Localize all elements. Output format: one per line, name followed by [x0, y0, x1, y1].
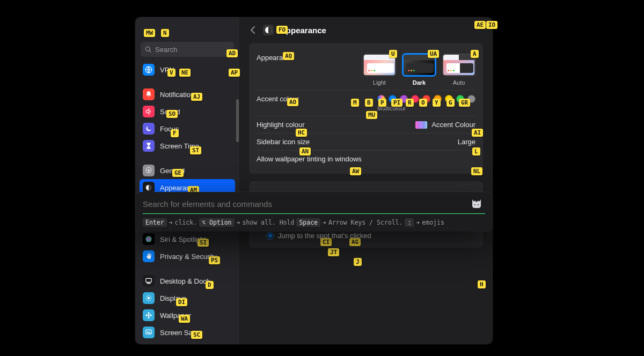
theme-caption: Dark [402, 79, 436, 86]
hint-tag: P [378, 99, 386, 107]
hint-tag: J [354, 258, 362, 266]
hint-tag: GE [172, 169, 184, 177]
sidebar-item-screen-time[interactable]: Screen Time [135, 137, 239, 154]
sidebar-item-desktop-dock[interactable]: Desktop & Dock [135, 272, 239, 290]
screensaver-icon [143, 327, 155, 338]
sidebar-item-sound[interactable]: Sound [135, 103, 239, 120]
highlight-select[interactable]: Accent Colour [415, 121, 475, 129]
appearance-card: Appearance LightDarkAuto Accent colour M… [249, 43, 483, 174]
sidebar-scrollbar-thumb[interactable] [236, 99, 239, 142]
hint-tag: B [365, 99, 373, 107]
theme-caption: Light [363, 79, 396, 86]
hint-tag: R [406, 99, 414, 107]
hint-tag: L [472, 147, 480, 155]
hint-tag: ST [190, 146, 201, 154]
sidebar-icon-row-label: Sidebar icon size [257, 138, 310, 146]
highlight-gradient-icon [415, 121, 427, 129]
appearance-theme-picker: LightDarkAuto [363, 54, 475, 86]
moon-icon [143, 123, 155, 135]
appearance-title-icon [263, 25, 274, 35]
sidebar-item-general[interactable]: General [135, 162, 239, 179]
svg-rect-9 [147, 283, 151, 284]
search-field[interactable]: Search [141, 42, 234, 57]
sun-icon [143, 292, 155, 304]
system-settings-window: Search VPNNotificationsSoundFocusScreen … [135, 17, 493, 344]
sidebar-item-focus[interactable]: Focus [135, 120, 239, 137]
globe-icon [143, 64, 155, 76]
search-placeholder: Search [155, 46, 177, 54]
hint-tag: A [471, 50, 479, 58]
hint-tag: AJ [191, 93, 202, 101]
hint-tag: AE [474, 21, 486, 29]
hint-tag: NE [179, 69, 191, 77]
sidebar: Search VPNNotificationsSoundFocusScreen … [135, 17, 239, 344]
sidebar-item-label: Privacy & Security [160, 253, 216, 261]
svg-point-7 [145, 236, 152, 242]
hint-tag: AD [226, 49, 238, 57]
cat-icon [470, 197, 483, 210]
sidebar-item-siri-spotlight[interactable]: Siri & Spotlight [135, 231, 239, 248]
flower-icon [143, 309, 155, 321]
hint-tag: Y [433, 99, 441, 107]
hint-tag: HC [296, 129, 307, 137]
hint-tag: AO [287, 98, 298, 106]
content-pane: Appearance Appearance LightDarkAuto Acce… [239, 17, 493, 344]
svg-point-1 [148, 169, 150, 172]
hint-tag: SO [166, 110, 178, 118]
hint-tag: MW [144, 29, 155, 37]
hint-tag: F [171, 129, 179, 137]
svg-point-15 [150, 314, 152, 316]
sidebar-icon-value[interactable]: Large [458, 138, 475, 146]
svg-point-11 [148, 314, 150, 316]
sidebar-item-label: Desktop & Dock [160, 277, 210, 285]
hint-tag: N [161, 29, 169, 37]
hint-tag: GR [459, 99, 470, 107]
highlight-value: Accent Colour [431, 121, 475, 129]
command-palette-hints: Enter➜click. ⌥ Option➜show all. Hold Spa… [143, 218, 485, 227]
hint-tag: M [351, 99, 359, 107]
search-icon [145, 46, 152, 53]
sidebar-item-notifications[interactable]: Notifications [135, 86, 239, 103]
dock-icon [143, 275, 155, 287]
hint-tag: D [206, 281, 214, 289]
svg-rect-8 [146, 278, 152, 282]
highlight-row-label: Highlight colour [257, 121, 305, 129]
hint-tag: CI [320, 238, 332, 246]
theme-dark[interactable]: Dark [402, 54, 436, 86]
theme-caption: Auto [442, 79, 475, 86]
hint-tag: NL [471, 167, 482, 175]
siri-icon [143, 233, 155, 245]
svg-point-10 [148, 297, 150, 300]
hint-tag: PI [391, 99, 402, 107]
svg-point-13 [148, 316, 150, 318]
hint-tag: IO [486, 21, 497, 29]
hint-tag: SI [197, 239, 209, 247]
hint-tag: MU [366, 111, 377, 119]
hint-tag: O [419, 99, 427, 107]
sidebar-item-privacy-security[interactable]: Privacy & Security [135, 248, 239, 265]
hint-tag: WA [179, 315, 190, 323]
back-button[interactable] [249, 26, 257, 34]
sidebar-item-screen-saver[interactable]: Screen Saver [135, 324, 239, 341]
theme-light[interactable]: Light [363, 54, 396, 86]
tint-row-label: Allow wallpaper tinting in windows [257, 155, 362, 163]
radio-icon [266, 232, 274, 240]
gear-icon [143, 165, 155, 176]
command-palette: Enter➜click. ⌥ Option➜show all. Hold Spa… [135, 192, 493, 231]
hint-tag: AN [299, 147, 311, 155]
hint-tag: AW [350, 167, 361, 175]
hint-tag: DI [176, 298, 187, 306]
scrollbar-option[interactable]: Jump to the spot that's clicked [257, 230, 475, 241]
bell-icon [143, 88, 155, 100]
hint-tag: V [167, 69, 175, 77]
svg-point-14 [145, 314, 148, 316]
hourglass-icon [143, 140, 155, 152]
hand-icon [143, 250, 155, 262]
hint-tag: PS [209, 256, 220, 264]
speaker-icon [143, 106, 155, 117]
command-palette-input[interactable] [143, 199, 467, 209]
hint-tag: AQ [283, 52, 294, 60]
hint-tag: SC [191, 331, 202, 339]
theme-auto[interactable]: Auto [442, 54, 475, 86]
hint-tag: AG [349, 238, 361, 246]
